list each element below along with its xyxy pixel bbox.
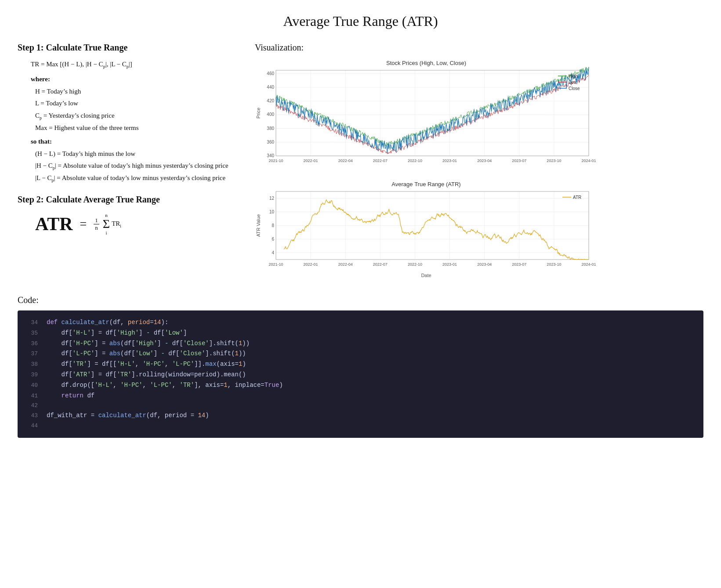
code-line-35: 35 df['H-L'] = df['High'] - df['Low']	[18, 328, 703, 339]
line-num-42: 42	[25, 401, 38, 411]
atr-chart	[255, 178, 598, 279]
term3: |L − Cp| = Absolute value of today’s low…	[35, 173, 237, 184]
line-num-38: 38	[25, 360, 38, 369]
chart1-wrapper	[255, 57, 703, 176]
page-title: Average True Range (ATR)	[18, 13, 703, 29]
code-line-43: 43 df_with_atr = calculate_atr(df, perio…	[18, 411, 703, 421]
code-text-35: df['H-L'] = df['High'] - df['Low']	[47, 328, 187, 339]
step2-block: Step 2: Calculate Average True Range ATR…	[18, 195, 237, 235]
code-text-40: df.drop(['H-L', 'H-PC', 'L-PC', 'TR'], a…	[47, 380, 283, 391]
step1-formula-block: TR = Max [(H − L), |H − Cp|, |L − Cp|] w…	[31, 59, 237, 184]
atr-sum-formula: 1 n n Σ i TRi	[94, 213, 121, 235]
line-num-44: 44	[25, 421, 38, 431]
code-text-41: return df	[47, 391, 94, 401]
code-text-39: df['ATR'] = df['TR'].rolling(window=peri…	[47, 370, 246, 380]
code-text-36: df['H-PC'] = abs(df['High'] - df['Close'…	[47, 339, 250, 349]
var-l: L = Today’s low	[35, 98, 237, 109]
line-num-39: 39	[25, 370, 38, 380]
code-line-42: 42	[18, 401, 703, 411]
sigma-bottom: i	[105, 230, 107, 235]
where-label: where:	[31, 74, 237, 85]
frac-numerator: 1	[94, 217, 99, 224]
sigma-char: Σ	[103, 218, 110, 230]
code-section: Code: 34 def calculate_atr(df, period=14…	[18, 295, 703, 438]
code-line-36: 36 df['H-PC'] = abs(df['High'] - df['Clo…	[18, 339, 703, 349]
frac-denominator: n	[94, 224, 99, 231]
line-num-41: 41	[25, 391, 38, 401]
code-text-37: df['L-PC'] = abs(df['Low'] - df['Close']…	[47, 349, 246, 359]
term2: |H − Cp| = Absolute value of today’s hig…	[35, 160, 237, 172]
left-panel: Step 1: Calculate True Range TR = Max [(…	[18, 43, 237, 243]
code-block: 34 def calculate_atr(df, period=14): 35 …	[18, 310, 703, 438]
line-num-40: 40	[25, 381, 38, 390]
code-line-34: 34 def calculate_atr(df, period=14):	[18, 317, 703, 328]
step1-title: Step 1: Calculate True Range	[18, 43, 237, 53]
code-text-38: df['TR'] = df[['H-L', 'H-PC', 'L-PC']].m…	[47, 359, 246, 370]
chart2-wrapper	[255, 178, 703, 279]
right-panel: Visualization:	[255, 43, 703, 279]
equals-sign: =	[80, 217, 87, 231]
code-text-34: def calculate_atr(df, period=14):	[47, 317, 168, 328]
code-line-44: 44	[18, 421, 703, 431]
code-line-41: 41 return df	[18, 391, 703, 401]
code-line-39: 39 df['ATR'] = df['TR'].rolling(window=p…	[18, 370, 703, 380]
price-chart	[255, 57, 598, 176]
var-max: Max = Highest value of the three terms	[35, 123, 237, 134]
atr-formula-display: ATR = 1 n n Σ i TRi	[35, 213, 237, 235]
code-line-37: 37 df['L-PC'] = abs(df['Low'] - df['Clos…	[18, 349, 703, 359]
code-title: Code:	[18, 295, 703, 305]
var-h: H = Today’s high	[35, 86, 237, 97]
step2-title: Step 2: Calculate Average True Range	[18, 195, 237, 205]
tr-subscript: TRi	[112, 220, 121, 228]
line-num-34: 34	[25, 318, 38, 328]
code-line-40: 40 df.drop(['H-L', 'H-PC', 'L-PC', 'TR']…	[18, 380, 703, 391]
line-num-36: 36	[25, 339, 38, 349]
viz-title: Visualization:	[255, 43, 703, 53]
atr-label: ATR	[35, 213, 73, 234]
sigma-symbol: n Σ i	[103, 213, 110, 235]
fraction: 1 n	[94, 217, 99, 231]
var-cp: Cp = Yesterday’s closing price	[35, 110, 237, 122]
code-line-38: 38 df['TR'] = df[['H-L', 'H-PC', 'L-PC']…	[18, 359, 703, 370]
tr-formula: TR = Max [(H − L), |H − Cp|, |L − Cp|]	[31, 59, 237, 70]
code-text-43: df_with_atr = calculate_atr(df, period =…	[47, 411, 209, 421]
line-num-37: 37	[25, 349, 38, 359]
line-num-35: 35	[25, 328, 38, 338]
term1: (H − L) = Today’s high minus the low	[35, 148, 237, 160]
sothat-label: so that:	[31, 136, 237, 148]
line-num-43: 43	[25, 411, 38, 421]
